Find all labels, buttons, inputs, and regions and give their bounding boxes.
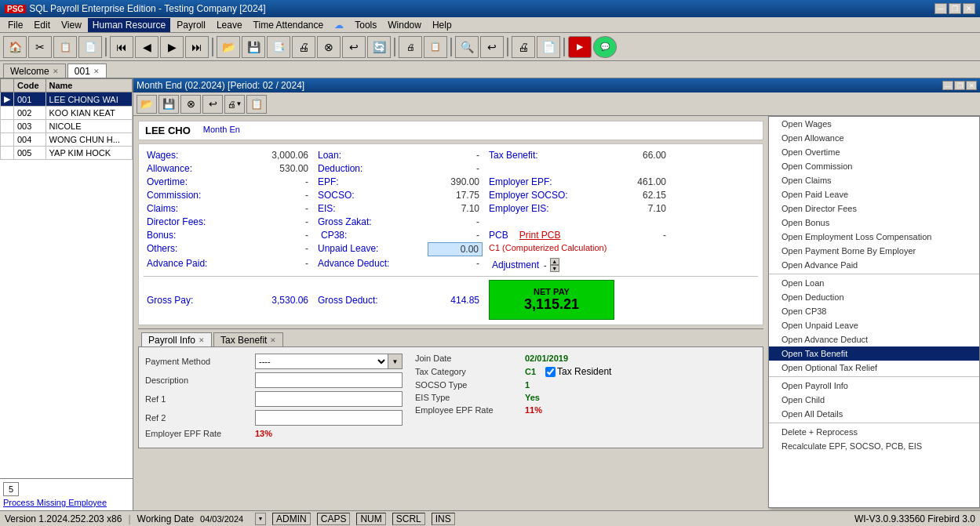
next-button[interactable]: ▶ bbox=[160, 36, 184, 58]
first-button[interactable]: ⏮ bbox=[110, 36, 133, 58]
ctx-open-director-fees[interactable]: Open Director Fees bbox=[769, 201, 979, 216]
ctx-open-paid-leave[interactable]: Open Paid Leave bbox=[769, 187, 979, 201]
employee-name[interactable]: LEE CHONG WAI bbox=[46, 93, 132, 107]
ctx-open-allowance[interactable]: Open Allowance bbox=[769, 131, 979, 145]
employee-row[interactable]: 002 KOO KIAN KEAT bbox=[1, 107, 133, 120]
employee-code[interactable]: 002 bbox=[14, 107, 46, 120]
print3-button[interactable]: 🖨 bbox=[512, 36, 535, 58]
reset-button[interactable]: ↩ bbox=[480, 36, 504, 58]
ctx-open-wages[interactable]: Open Wages bbox=[769, 117, 979, 131]
mdi-minimize[interactable]: — bbox=[942, 81, 953, 90]
employee-name[interactable]: YAP KIM HOCK bbox=[46, 147, 132, 160]
ctx-open-tax-benefit[interactable]: Open Tax Benefit bbox=[769, 346, 979, 361]
inner-undo-button[interactable]: ↩ bbox=[202, 95, 223, 114]
minimize-button[interactable]: — bbox=[934, 3, 947, 14]
menu-window[interactable]: Window bbox=[383, 18, 426, 32]
inner-clipboard-button[interactable]: 📋 bbox=[246, 95, 267, 114]
date-picker-button[interactable]: ▼ bbox=[255, 513, 266, 525]
payroll-info-tab[interactable]: Payroll Info ✕ bbox=[141, 332, 212, 346]
close-button[interactable]: ✕ bbox=[963, 3, 975, 14]
home-button[interactable]: 🏠 bbox=[3, 36, 27, 58]
tax-resident-checkbox[interactable] bbox=[545, 367, 556, 377]
ctx-open-claims[interactable]: Open Claims bbox=[769, 173, 979, 187]
whatsapp-button[interactable]: 💬 bbox=[593, 36, 617, 58]
employee-name[interactable]: KOO KIAN KEAT bbox=[46, 107, 132, 120]
save2-button[interactable]: 📑 bbox=[267, 36, 290, 58]
ctx-open-child[interactable]: Open Child bbox=[769, 393, 979, 407]
month-end-tab[interactable]: 001 ✕ bbox=[67, 63, 107, 78]
mdi-maximize[interactable]: ❐ bbox=[954, 81, 965, 90]
refresh-button[interactable]: 🔄 bbox=[367, 36, 391, 58]
inner-open-button[interactable]: 📂 bbox=[137, 95, 157, 114]
ctx-open-elc[interactable]: Open Employment Loss Compensation bbox=[769, 230, 979, 244]
menu-cloud[interactable]: ☁ bbox=[330, 18, 348, 32]
ctx-open-advance-deduct[interactable]: Open Advance Deduct bbox=[769, 332, 979, 346]
menu-help[interactable]: Help bbox=[428, 18, 457, 32]
ctx-open-loan[interactable]: Open Loan bbox=[769, 276, 979, 290]
mdi-controls[interactable]: — ❐ ✕ bbox=[942, 81, 977, 90]
employee-row[interactable]: 004 WONG CHUN H... bbox=[1, 133, 133, 147]
menu-leave[interactable]: Leave bbox=[212, 18, 247, 32]
ctx-open-bonus[interactable]: Open Bonus bbox=[769, 216, 979, 230]
employee-name[interactable]: NICOLE bbox=[46, 120, 132, 133]
inner-print-button[interactable]: 🖨 ▼ bbox=[224, 95, 245, 114]
print-pcb-link[interactable]: Print PCB bbox=[519, 230, 561, 241]
employee-code[interactable]: 004 bbox=[14, 133, 46, 147]
menu-file[interactable]: File bbox=[3, 18, 27, 32]
employee-code[interactable]: 005 bbox=[14, 147, 46, 160]
ref1-input[interactable] bbox=[255, 391, 403, 407]
print-button[interactable]: 🖨 bbox=[292, 36, 315, 58]
ctx-recalculate[interactable]: Recalculate EPF, SOCSO, PCB, EIS bbox=[769, 439, 979, 453]
ctx-open-cp38[interactable]: Open CP38 bbox=[769, 304, 979, 318]
employee-code[interactable]: 003 bbox=[14, 120, 46, 133]
tax-benefit-tab-close[interactable]: ✕ bbox=[270, 336, 276, 344]
undo-button[interactable]: ↩ bbox=[342, 36, 366, 58]
copy-button[interactable]: 📋 bbox=[53, 36, 77, 58]
doc-button[interactable]: 📄 bbox=[537, 36, 560, 58]
employee-row[interactable]: 003 NICOLE bbox=[1, 120, 133, 133]
payroll-info-tab-close[interactable]: ✕ bbox=[199, 336, 205, 344]
ctx-delete-reprocess[interactable]: Delete + Reprocess bbox=[769, 425, 979, 439]
tax-benefit-tab[interactable]: Tax Benefit ✕ bbox=[213, 332, 283, 346]
ctx-open-optional-tax-relief[interactable]: Open Optional Tax Relief bbox=[769, 361, 979, 375]
ctx-open-payroll-info[interactable]: Open Payroll Info bbox=[769, 379, 979, 393]
menu-view[interactable]: View bbox=[56, 18, 86, 32]
maximize-button[interactable]: ❐ bbox=[949, 3, 961, 14]
menu-human-resource[interactable]: Human Resource bbox=[88, 18, 170, 32]
menu-time-attendance[interactable]: Time Attendance bbox=[249, 18, 329, 32]
inner-save-button[interactable]: 💾 bbox=[158, 95, 179, 114]
open-button[interactable]: 📂 bbox=[217, 36, 240, 58]
employee-code[interactable]: 001 bbox=[14, 93, 46, 107]
prev-button[interactable]: ◀ bbox=[135, 36, 158, 58]
save-button[interactable]: 💾 bbox=[242, 36, 265, 58]
month-end-tab-close[interactable]: ✕ bbox=[93, 67, 100, 75]
welcome-tab[interactable]: Welcome ✕ bbox=[3, 63, 66, 78]
menu-tools[interactable]: Tools bbox=[350, 18, 381, 32]
ctx-open-deduction[interactable]: Open Deduction bbox=[769, 290, 979, 304]
employee-row[interactable]: ▶ 001 LEE CHONG WAI bbox=[1, 93, 133, 107]
menu-edit[interactable]: Edit bbox=[29, 18, 55, 32]
ctx-open-overtime[interactable]: Open Overtime bbox=[769, 145, 979, 159]
ref2-input[interactable] bbox=[255, 410, 403, 426]
clipboard-button[interactable]: 📋 bbox=[424, 36, 447, 58]
mdi-close[interactable]: ✕ bbox=[966, 81, 977, 90]
payment-method-arrow[interactable]: ▼ bbox=[388, 354, 403, 369]
process-missing-link[interactable]: Process Missing Employee bbox=[3, 498, 129, 507]
search-button[interactable]: 🔍 bbox=[455, 36, 479, 58]
ctx-open-advance-paid[interactable]: Open Advance Paid bbox=[769, 258, 979, 272]
ctx-open-all-details[interactable]: Open All Details bbox=[769, 407, 979, 421]
title-controls[interactable]: — ❐ ✕ bbox=[934, 3, 975, 14]
employee-row[interactable]: 005 YAP KIM HOCK bbox=[1, 147, 133, 160]
ctx-open-unpaid-leave[interactable]: Open Unpaid Leave bbox=[769, 318, 979, 332]
menu-payroll[interactable]: Payroll bbox=[172, 18, 210, 32]
adj-down-button[interactable]: ▼ bbox=[550, 265, 559, 272]
payment-method-select[interactable]: ---- bbox=[255, 354, 388, 369]
unpaid-leave-value[interactable]: 0.00 bbox=[428, 242, 483, 256]
cancel-button[interactable]: ⊗ bbox=[317, 36, 341, 58]
youtube-button[interactable]: ▶ bbox=[568, 36, 592, 58]
welcome-tab-close[interactable]: ✕ bbox=[53, 67, 59, 75]
employee-name[interactable]: WONG CHUN H... bbox=[46, 133, 132, 147]
inner-cancel-button[interactable]: ⊗ bbox=[180, 95, 201, 114]
adj-up-button[interactable]: ▲ bbox=[550, 258, 559, 265]
last-button[interactable]: ⏭ bbox=[185, 36, 209, 58]
